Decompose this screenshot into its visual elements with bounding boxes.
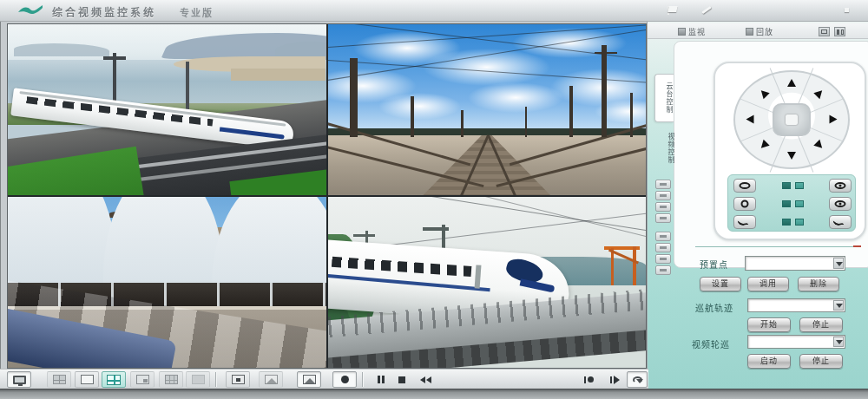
cruise-stop-button[interactable]: 停止 (799, 317, 843, 332)
cruise-label: 巡航轨迹 (695, 301, 733, 314)
cycle-button[interactable] (627, 371, 648, 388)
side-tool-button[interactable] (655, 202, 671, 212)
tab-monitor-label: 监视 (688, 26, 706, 37)
picture-button[interactable] (297, 371, 321, 388)
zoom-plus-step[interactable] (795, 182, 804, 189)
catenary-pole-art (595, 52, 617, 54)
zoom-in-button[interactable] (829, 179, 852, 193)
iris-open-button[interactable] (829, 215, 852, 229)
video-cell-1[interactable] (8, 24, 326, 195)
side-tool-button[interactable] (655, 254, 671, 264)
pause-button[interactable] (368, 371, 389, 388)
side-tool-button[interactable] (655, 213, 671, 223)
focus-near-button[interactable] (733, 197, 756, 211)
ptz-down-button[interactable] (787, 152, 796, 160)
ptz-right-button[interactable] (830, 115, 838, 124)
layout-quad-button[interactable] (102, 371, 126, 388)
layout-blank-icon (192, 375, 205, 384)
catenary-pole-art (630, 93, 633, 137)
chevron-down-icon[interactable] (833, 258, 844, 269)
side-tool-button[interactable] (655, 191, 671, 200)
panel-tabbar: 监视 回放 (648, 23, 868, 39)
riverbank-art (231, 69, 326, 81)
preset-set-button[interactable]: 设置 (700, 277, 741, 291)
tour-start-button[interactable]: 启动 (747, 354, 791, 369)
iris-plus-step[interactable] (795, 219, 804, 226)
tab-monitor[interactable]: 监视 (674, 25, 710, 38)
train-stripe-art (328, 274, 490, 291)
play-icon (610, 376, 620, 384)
preset-label: 预置点 (700, 258, 728, 271)
ptz-center-button[interactable] (773, 103, 811, 136)
tab-playback-label: 回放 (756, 26, 773, 37)
vertical-tab-video[interactable]: 视频控制 (656, 128, 675, 169)
picture-icon (303, 375, 316, 384)
ptz-up-left-button[interactable] (758, 88, 769, 99)
cycle-icon (633, 376, 642, 383)
pen-icon[interactable] (700, 4, 713, 16)
focus-minus-step[interactable] (782, 200, 791, 207)
side-tool-button[interactable] (655, 180, 671, 189)
ptz-up-button[interactable] (787, 79, 796, 87)
control-panel: 监视 回放 云台控制 视频控制 (647, 22, 868, 389)
side-tool-button[interactable] (655, 265, 671, 275)
titlebar: 综合视频监控系统 专业版 (0, 0, 868, 22)
focus-plus-step[interactable] (795, 200, 804, 207)
play-button[interactable] (604, 371, 625, 388)
layout-1-plus-button[interactable] (130, 371, 155, 388)
preset-call-button[interactable]: 调用 (747, 277, 789, 291)
iris-close-button[interactable] (733, 215, 756, 229)
rewind-icon (419, 376, 431, 383)
layout-3x3-icon (165, 375, 178, 384)
ptz-left-button[interactable] (746, 115, 754, 124)
catenary-pole-art (423, 227, 448, 230)
side-tool-button[interactable] (655, 243, 671, 252)
tab-playback[interactable]: 回放 (741, 25, 778, 38)
iris-minus-step[interactable] (782, 219, 791, 226)
layout-blank-button[interactable] (186, 371, 210, 388)
rewind-button[interactable] (414, 371, 437, 388)
focus-far-button[interactable] (829, 197, 852, 211)
layout-2x2-alt-button[interactable] (47, 371, 71, 388)
chevron-down-icon[interactable] (833, 337, 844, 347)
step-forward-button[interactable] (578, 371, 599, 388)
section-divider (695, 246, 860, 247)
monitor-icon (13, 376, 26, 384)
snapshot-button[interactable] (259, 371, 283, 388)
zoom-minus-step[interactable] (782, 182, 791, 189)
stop-button[interactable] (392, 371, 411, 388)
ptz-down-right-button[interactable] (813, 140, 825, 151)
ptz-down-left-button[interactable] (758, 140, 769, 151)
flag-icon[interactable] (667, 4, 681, 16)
cruise-start-button[interactable]: 开始 (747, 317, 791, 332)
restore-window-icon[interactable] (819, 27, 830, 36)
video-cell-3[interactable] (8, 197, 326, 368)
split-window-icon[interactable] (834, 27, 845, 36)
dot-icon[interactable] (840, 4, 854, 16)
zoom-out-button[interactable] (733, 179, 756, 193)
layout-single-button[interactable] (75, 371, 99, 388)
vertical-tab-ptz-label: 云台控制 (665, 82, 673, 114)
layout-single-icon (81, 375, 94, 384)
crane-art (633, 246, 636, 285)
catenary-pole-art (103, 56, 126, 60)
layout-3x3-button[interactable] (159, 371, 183, 388)
vertical-tab-video-label: 视频控制 (667, 133, 674, 164)
fullscreen-button[interactable] (226, 371, 250, 388)
side-tool-button[interactable] (655, 232, 671, 241)
chevron-down-icon[interactable] (833, 300, 844, 311)
record-button[interactable] (332, 371, 357, 388)
cruise-select[interactable] (747, 298, 845, 312)
video-cell-4[interactable] (328, 197, 647, 368)
preset-select[interactable] (745, 256, 845, 271)
tour-select[interactable] (747, 335, 845, 349)
snapshot-icon (265, 375, 278, 384)
layout-2x2-icon (53, 375, 66, 384)
ptz-up-right-button[interactable] (813, 88, 825, 99)
video-cell-2[interactable] (328, 24, 647, 195)
monitor-button[interactable] (7, 371, 31, 388)
catenary-pole-art (353, 234, 376, 237)
tour-stop-button[interactable]: 停止 (799, 354, 843, 369)
vertical-tab-ptz[interactable]: 云台控制 (654, 74, 674, 122)
preset-delete-button[interactable]: 删除 (798, 277, 839, 291)
